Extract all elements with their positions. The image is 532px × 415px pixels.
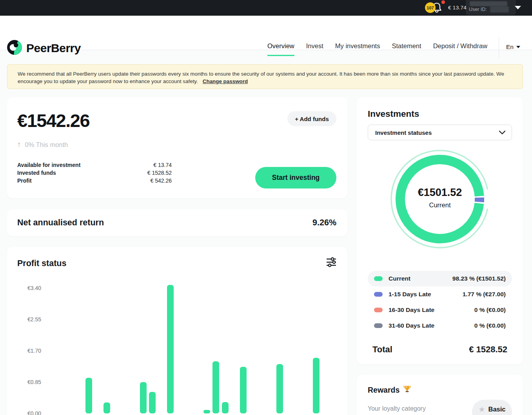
legend-value: 98.23 % (€1501.52) (452, 275, 506, 282)
chevron-down-icon (499, 130, 505, 134)
nav-item-statement[interactable]: Statement (392, 42, 421, 55)
investment-statuses-label: Investment statuses (375, 129, 499, 136)
topbar-balance: € 13.74 (448, 5, 467, 11)
bar-slot (257, 284, 266, 413)
bar-slot (293, 284, 302, 413)
profit-bar (103, 402, 110, 413)
start-investing-button[interactable]: Start investing (255, 167, 336, 188)
bar-slot (129, 284, 138, 413)
language-selector[interactable]: En (506, 43, 520, 51)
donut-center-text: €1501.52 Current (385, 187, 495, 209)
bar-slot (75, 284, 84, 413)
nav-item-deposit-withdraw[interactable]: Deposit / Withdraw (433, 42, 487, 55)
profit-bar (203, 410, 210, 413)
total-label: Total (372, 344, 392, 355)
legend-label: 1-15 Days Late (389, 291, 431, 298)
legend-label: 31-60 Days Late (389, 322, 434, 329)
total-balance: €1542.26 (17, 110, 89, 131)
balance-row-value: € 542.26 (151, 178, 172, 185)
bar-slot (330, 284, 339, 413)
bar-slot (66, 284, 75, 413)
profit-bar (149, 392, 156, 413)
profit-bar (212, 361, 219, 413)
bar-slot (93, 284, 102, 413)
legend-swatch (374, 323, 383, 328)
investment-statuses-select[interactable]: Investment statuses (368, 125, 512, 140)
peerberry-logo[interactable]: PeerBerry (6, 39, 81, 57)
main-nav: OverviewInvestMy investmentsStatementDep… (267, 42, 487, 56)
balance-breakdown: Available for investment€ 13.74Invested … (17, 162, 172, 185)
trend-text: 0% This month (25, 141, 68, 149)
legend-swatch (374, 292, 383, 297)
legend-swatch (374, 308, 383, 312)
arrow-up-icon: ↑ (17, 140, 21, 149)
bar-slot (166, 284, 175, 413)
bar-slot (193, 284, 202, 413)
profit-chart-bars (20, 284, 339, 413)
legend-label: 16-30 Days Late (389, 306, 434, 314)
monthly-trend: ↑ 0% This month (17, 140, 68, 149)
investments-legend: Current98.23 % (€1501.52)1-15 Days Late1… (368, 271, 512, 333)
nav-item-overview[interactable]: Overview (267, 42, 294, 56)
bar-slot (248, 284, 257, 413)
profit-bar (240, 367, 247, 413)
bar-slot (148, 284, 157, 413)
balance-row: Available for investment€ 13.74 (17, 162, 172, 170)
investments-card: Investments Investment statuses €1501.52… (357, 97, 523, 364)
nav-item-my-investments[interactable]: My investments (335, 42, 380, 55)
investments-title: Investments (368, 109, 419, 119)
donut-current-value: €1501.52 (385, 187, 495, 199)
banner-text: We recommend that all PeerBerry users up… (18, 71, 504, 84)
balance-row-label: Profit (17, 178, 32, 185)
bar-slot (84, 284, 93, 413)
nav-divider (499, 37, 499, 58)
legend-row-current[interactable]: Current98.23 % (€1501.52) (368, 271, 512, 286)
balance-row: Invested funds€ 1528.52 (17, 170, 172, 178)
bar-slot (321, 284, 330, 413)
bar-slot (139, 284, 148, 413)
trophy-icon (403, 385, 411, 395)
total-value: € 1528.52 (469, 344, 507, 355)
sliders-icon[interactable] (326, 257, 336, 267)
peerberry-logo-icon (6, 39, 23, 57)
change-password-link[interactable]: Change password (203, 78, 248, 84)
nav-item-invest[interactable]: Invest (306, 42, 323, 55)
bar-slot (48, 284, 57, 413)
profit-bar (167, 285, 174, 413)
balance-row-value: € 1528.52 (147, 170, 172, 178)
profit-status-title: Profit status (17, 259, 66, 268)
chevron-down-icon (516, 46, 520, 48)
password-warning-banner: We recommend that all PeerBerry users up… (7, 64, 523, 89)
user-menu-caret-icon[interactable] (515, 6, 521, 9)
bar-slot (220, 284, 229, 413)
legend-value: 0 % (€0.00) (474, 306, 506, 314)
bar-slot (275, 284, 284, 413)
balance-row-label: Invested funds (17, 170, 56, 178)
bar-slot (57, 284, 66, 413)
bar-slot (184, 284, 193, 413)
profit-bar (85, 378, 92, 413)
legend-swatch (374, 276, 383, 281)
profit-bar (222, 402, 229, 413)
rewards-title: Rewards (368, 386, 399, 395)
loyalty-category-label: Your loyalty category (368, 405, 426, 412)
bar-slot (111, 284, 120, 413)
legend-row-1-15-days-late[interactable]: 1-15 Days Late1.77 % (€27.00) (368, 286, 512, 302)
profit-status-card: Profit status €3.40€2.55€1.70€0.85€0.00 (7, 247, 347, 415)
loyalty-category-badge: ★ Basic (472, 400, 512, 415)
bar-slot (120, 284, 129, 413)
legend-row-16-30-days-late[interactable]: 16-30 Days Late0 % (€0.00) (368, 302, 512, 318)
balance-row-value: € 13.74 (153, 162, 172, 170)
balance-row: Profit€ 542.26 (17, 178, 172, 185)
bar-slot (102, 284, 111, 413)
bar-slot (211, 284, 220, 413)
balance-row-label: Available for investment (17, 162, 80, 170)
profit-bar (276, 364, 283, 413)
bar-slot (38, 284, 47, 413)
bar-slot (157, 284, 166, 413)
bar-slot (266, 284, 275, 413)
bar-slot (230, 284, 239, 413)
legend-row-31-60-days-late[interactable]: 31-60 Days Late0 % (€0.00) (368, 318, 512, 333)
add-funds-button[interactable]: + Add funds (287, 111, 336, 126)
notification-count-badge[interactable]: 107 (425, 2, 436, 13)
